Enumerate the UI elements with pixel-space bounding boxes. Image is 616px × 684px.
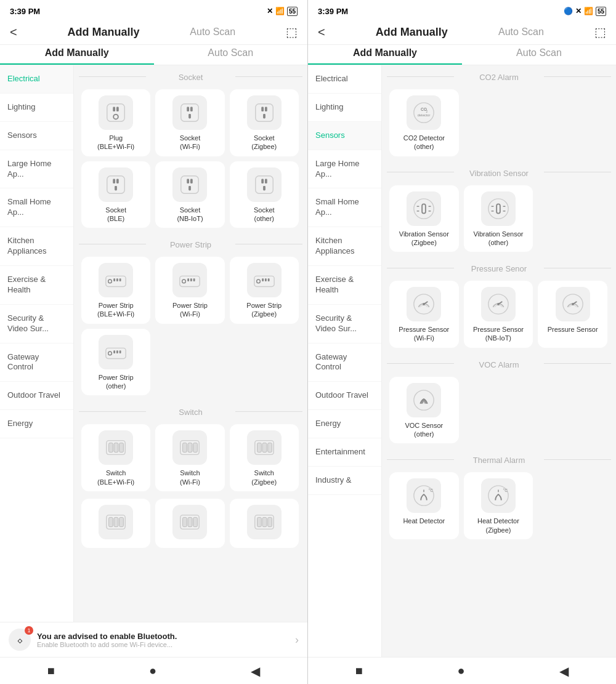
svg-rect-1 [113, 107, 115, 112]
svg-rect-8 [256, 104, 274, 122]
svg-rect-20 [256, 175, 274, 193]
svg-rect-9 [261, 107, 264, 112]
sidebar2-item-gateway[interactable]: Gateway Control [308, 344, 381, 382]
vibration-zigbee-icon [407, 191, 441, 226]
svg-rect-59 [120, 517, 124, 526]
heat-detector-icon: °C [407, 478, 441, 513]
svg-point-86 [423, 303, 425, 305]
back-button-2[interactable]: < [318, 25, 325, 39]
sidebar2-item-sensors[interactable]: Sensors [308, 122, 381, 150]
pressure-nbiot-label: Pressure Sensor(NB-IoT) [473, 325, 524, 343]
devices-grid-switch-more [79, 496, 302, 553]
device-pressure-nbiot[interactable]: Pressure Sensor(NB-IoT) [464, 281, 533, 348]
device-powerstrip-other[interactable]: Power Strip(other) [81, 329, 150, 396]
bluetooth-bar[interactable]: ⬦ 1 You are advised to enable Bluetooth.… [0, 622, 307, 657]
device-socket-ble[interactable]: Socket(BLE) [81, 161, 150, 228]
device-pressure-wifi[interactable]: Pressure Sensor(Wi-Fi) [389, 281, 459, 348]
svg-point-89 [497, 303, 500, 305]
device-switch-zigbee[interactable]: Switch(Zigbee) [230, 424, 299, 491]
sidebar2-item-kitchen[interactable]: Kitchen Appliances [308, 227, 381, 266]
device-heat-detector[interactable]: °C Heat Detector [389, 472, 459, 539]
sidebar-item-lighting[interactable]: Lighting [0, 94, 73, 122]
circle-button-1[interactable]: ● [139, 661, 166, 680]
switch-wifi-label: Switch(Wi-Fi) [180, 469, 200, 486]
scan-icon-2[interactable]: ⬚ [594, 25, 606, 39]
device-vibration-other[interactable]: Vibration Sensor(other) [464, 185, 533, 252]
svg-rect-47 [120, 443, 124, 453]
auto-scan-1[interactable]: Auto Scan [190, 26, 235, 38]
sidebar2-item-small-home[interactable]: Small Home Ap... [308, 188, 381, 227]
device-powerstrip-wifi[interactable]: Power Strip(Wi-Fi) [155, 257, 224, 324]
phone-2: 3:39 PM 🔵 ✕ 📶 55 < Add Manually Auto Sca… [308, 0, 616, 684]
device-switch-wifi[interactable]: Switch(Wi-Fi) [155, 424, 224, 491]
device-socket-nbiot[interactable]: Socket(NB-IoT) [155, 161, 224, 228]
svg-point-72 [414, 198, 434, 218]
sidebar-item-security[interactable]: Security & Video Sur... [0, 305, 73, 344]
sidebar-item-gateway[interactable]: Gateway Control [0, 344, 73, 382]
home-button-2[interactable]: ■ [346, 661, 373, 680]
device-co2-detector[interactable]: CO 2 detector CO2 Detector(other) [389, 89, 459, 156]
svg-rect-63 [193, 517, 198, 526]
scan-icon-1[interactable]: ⬚ [286, 25, 298, 39]
back-nav-button-2[interactable]: ◀ [549, 661, 578, 681]
device-switch-ble-wifi[interactable]: Switch(BLE+Wi-Fi) [81, 424, 150, 491]
sidebar2-item-outdoor[interactable]: Outdoor Travel [308, 382, 381, 410]
device-plug-ble-wifi[interactable]: Plug(BLE+Wi-Fi) [81, 89, 150, 156]
circle-button-2[interactable]: ● [447, 661, 474, 680]
tab-auto-scan-2[interactable]: Auto Scan [462, 45, 616, 65]
device-switch-more-2[interactable] [155, 499, 224, 548]
tab-row-2: Add Manually Auto Scan [308, 45, 616, 65]
tab-auto-scan-1[interactable]: Auto Scan [154, 45, 308, 65]
svg-rect-13 [113, 179, 115, 183]
svg-rect-18 [190, 179, 193, 183]
sidebar-item-sensors[interactable]: Sensors [0, 122, 73, 150]
svg-rect-54 [262, 443, 267, 453]
sidebar2-item-security[interactable]: Security & Video Sur... [308, 305, 381, 344]
heat-zigbee-label: Heat Detector(Zigbee) [477, 517, 519, 534]
device-socket-other[interactable]: Socket(other) [230, 161, 299, 228]
switch-more-icon-3 [247, 505, 282, 539]
devices-grid-co2: CO 2 detector CO2 Detector(other) [387, 87, 611, 161]
device-vibration-zigbee[interactable]: Vibration Sensor(Zigbee) [389, 185, 459, 252]
powerstrip-zigbee-icon [247, 263, 282, 297]
device-switch-more-3[interactable] [230, 499, 299, 548]
socket-wifi-label: Socket(Wi-Fi) [180, 134, 201, 151]
tab-add-manually-2[interactable]: Add Manually [308, 45, 462, 65]
powerstrip-wifi-icon [172, 263, 207, 297]
sidebar2-item-industry[interactable]: Industry & [308, 467, 381, 495]
sidebar-item-kitchen[interactable]: Kitchen Appliances [0, 227, 73, 266]
sidebar-item-large-home[interactable]: Large Home Ap... [0, 150, 73, 189]
sidebar2-item-exercise[interactable]: Exercise & Health [308, 266, 381, 305]
device-voc-other[interactable]: VOC Sensor(other) [389, 377, 459, 444]
sidebar-item-outdoor[interactable]: Outdoor Travel [0, 382, 73, 410]
device-pressure-other[interactable]: Pressure Sensor [538, 281, 607, 348]
back-button-1[interactable]: < [10, 25, 17, 39]
device-powerstrip-zigbee[interactable]: Power Strip(Zigbee) [230, 257, 299, 324]
device-socket-wifi[interactable]: Socket(Wi-Fi) [155, 89, 224, 156]
device-switch-more-1[interactable] [81, 499, 150, 548]
sidebar-item-electrical[interactable]: Electrical [0, 65, 73, 94]
back-nav-button-1[interactable]: ◀ [241, 661, 270, 681]
auto-scan-2[interactable]: Auto Scan [498, 26, 544, 38]
bluetooth-title: You are advised to enable Bluetooth. [37, 632, 289, 641]
sidebar-item-exercise[interactable]: Exercise & Health [0, 266, 73, 305]
sidebar-item-small-home[interactable]: Small Home Ap... [0, 188, 73, 227]
sidebar2-item-energy[interactable]: Energy [308, 410, 381, 438]
sidebar2-item-electrical[interactable]: Electrical [308, 65, 381, 94]
sidebar-item-energy[interactable]: Energy [0, 410, 73, 438]
tab-add-manually-1[interactable]: Add Manually [0, 45, 154, 65]
svg-rect-39 [106, 348, 126, 358]
home-button-1[interactable]: ■ [38, 661, 65, 680]
svg-rect-37 [265, 278, 267, 281]
co2-icon: CO 2 detector [407, 95, 441, 130]
svg-rect-58 [114, 517, 118, 526]
sidebar2-item-large-home[interactable]: Large Home Ap... [308, 150, 381, 189]
device-socket-zigbee[interactable]: Socket(Zigbee) [230, 89, 299, 156]
sidebar2-item-entertainment[interactable]: Entertainment [308, 438, 381, 467]
sidebar2-item-lighting[interactable]: Lighting [308, 94, 381, 122]
device-heat-zigbee[interactable]: °C Heat Detector(Zigbee) [464, 472, 533, 539]
device-powerstrip-ble-wifi[interactable]: Power Strip(BLE+Wi-Fi) [81, 257, 150, 324]
svg-rect-11 [263, 114, 265, 119]
svg-rect-65 [257, 517, 261, 526]
devices-grid-vibration: Vibration Sensor(Zigbee) [387, 183, 611, 257]
